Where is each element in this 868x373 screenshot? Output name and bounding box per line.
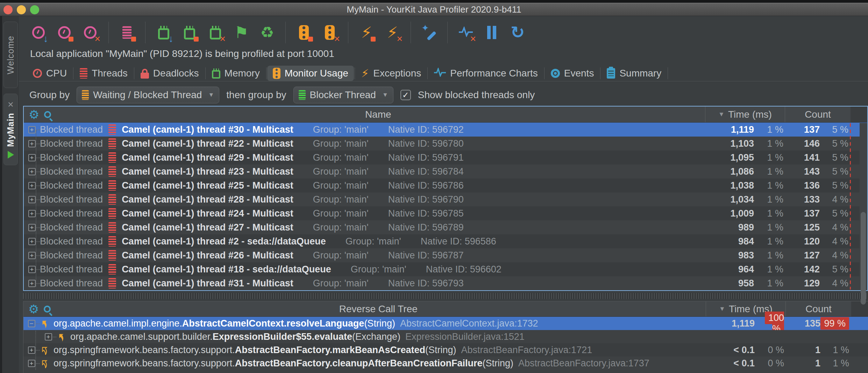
expand-icon[interactable]: + xyxy=(28,224,36,231)
stop-monitor-profiling-button[interactable] xyxy=(295,23,313,42)
thread-row[interactable]: +Blocked threadCamel (camel-1) thread #3… xyxy=(24,123,867,137)
call-tree-row[interactable]: −org.apache.camel.impl.engine.AbstractCa… xyxy=(23,317,868,330)
count-value: 141 xyxy=(785,152,820,163)
count-column-header[interactable]: Count xyxy=(785,107,851,122)
threads-bars-icon xyxy=(80,68,87,79)
call-tree-title: Reverse Call Tree xyxy=(51,303,706,315)
expand-icon[interactable]: + xyxy=(28,196,36,203)
thread-group: Group: 'main' xyxy=(313,208,369,219)
inspections-wand-button[interactable] xyxy=(420,23,438,42)
tab-exceptions[interactable]: ⚡Exceptions xyxy=(356,66,427,81)
clear-memory-results-button[interactable]: ✕ xyxy=(206,23,225,42)
thread-row[interactable]: +Blocked threadCamel (camel-1) thread #2… xyxy=(24,206,867,220)
thread-icon xyxy=(108,236,116,247)
thread-row[interactable]: +Blocked threadCamel (camel-1) thread #2… xyxy=(24,178,867,192)
tab-summary[interactable]: Summary xyxy=(601,66,667,81)
close-button[interactable] xyxy=(3,5,13,14)
titlebar[interactable]: MyMain - YourKit Java Profiler 2020.9-b4… xyxy=(0,3,868,16)
thread-row[interactable]: +Blocked threadCamel (camel-1) thread #3… xyxy=(24,276,867,290)
expand-icon[interactable]: + xyxy=(28,346,35,354)
sidebar-tab-welcome[interactable]: Welcome xyxy=(3,22,18,88)
expand-icon[interactable]: − xyxy=(28,320,35,327)
tab-monitor-usage[interactable]: Monitor Usage xyxy=(267,66,354,81)
tab-memory[interactable]: Memory xyxy=(206,66,265,81)
thread-row[interactable]: +Blocked threadCamel (camel-1) thread #2… xyxy=(24,192,867,206)
tab-cpu[interactable]: CPU xyxy=(27,66,72,81)
clear-exception-results-button[interactable]: ⚡✕ xyxy=(383,23,401,42)
blocked-thread-label: Blocked thread xyxy=(40,180,103,191)
lightning-icon: ⚡ xyxy=(361,25,372,40)
count-column-header[interactable]: Count xyxy=(785,301,851,316)
expand-icon[interactable]: + xyxy=(28,280,36,287)
sidebar-tab-mymain[interactable]: ✕ MyMain xyxy=(3,94,18,165)
tab-performance-charts[interactable]: Performance Charts xyxy=(428,66,543,81)
thread-native-id: Native ID: 596792 xyxy=(388,124,464,135)
show-blocked-checkbox[interactable]: ✓ xyxy=(400,90,411,100)
then-group-by-dropdown[interactable]: Blocker Thread ▼ xyxy=(293,87,393,103)
vertical-scrollbar[interactable] xyxy=(860,123,867,290)
clear-telemetry-button[interactable]: ✕ xyxy=(457,23,475,42)
time-percent: 0 % xyxy=(755,358,785,369)
recycle-gc-icon: ♻ xyxy=(260,25,274,40)
thread-row[interactable]: +Blocked threadCamel (camel-1) thread #2… xyxy=(24,164,867,178)
expand-icon[interactable]: + xyxy=(28,182,36,189)
clear-monitor-results-button[interactable]: ✕ xyxy=(321,23,339,42)
thread-row[interactable]: +Blocked threadCamel (camel-1) thread #2… xyxy=(24,220,867,234)
tab-events[interactable]: Events xyxy=(545,66,600,81)
scrollbar-thumb[interactable] xyxy=(861,212,866,305)
stop-cpu-profiling-button[interactable] xyxy=(55,23,73,42)
stop-memory-profiling-button[interactable] xyxy=(180,23,199,42)
blocked-thread-label: Blocked thread xyxy=(40,138,103,149)
clear-cpu-results-button[interactable]: ✕ xyxy=(81,23,99,42)
expand-icon[interactable]: + xyxy=(28,210,36,217)
expand-icon[interactable]: + xyxy=(28,168,36,175)
thread-row[interactable]: +Blocked threadCamel (camel-1) thread #2… xyxy=(24,248,867,262)
memory-snapshot-flag-button[interactable]: ⚑ xyxy=(232,23,250,42)
thread-row[interactable]: +Blocked threadCamel (camel-1) thread #2… xyxy=(24,151,867,164)
call-tree-row[interactable]: +org.springframework.beans.factory.suppo… xyxy=(23,343,868,357)
zoom-button[interactable] xyxy=(30,5,39,14)
settings-gear-icon[interactable]: ⚙ xyxy=(29,109,39,120)
horizontal-scrollbar[interactable] xyxy=(23,293,868,299)
expand-icon[interactable]: + xyxy=(28,140,36,147)
expand-cell: + xyxy=(24,266,40,273)
stop-exception-profiling-button[interactable]: ⚡ xyxy=(357,23,376,42)
close-session-icon[interactable]: ✕ xyxy=(7,100,14,109)
expand-icon[interactable]: + xyxy=(28,360,35,367)
tab-label: Memory xyxy=(225,68,260,79)
expand-icon[interactable]: + xyxy=(28,154,36,161)
thread-row[interactable]: +Blocked threadCamel (camel-1) thread #2… xyxy=(24,137,867,151)
start-cpu-profiling-button[interactable]: ↓ xyxy=(29,23,48,42)
call-tree-row[interactable]: +org.springframework.beans.factory.suppo… xyxy=(23,357,868,370)
stop-badge-icon xyxy=(69,37,73,42)
expand-cell: + xyxy=(24,280,40,287)
thread-icon xyxy=(108,250,116,261)
tab-deadlocks[interactable]: Deadlocks xyxy=(135,66,205,81)
expand-icon[interactable]: + xyxy=(28,238,36,245)
time-value: 1,034 xyxy=(705,194,754,205)
group-by-dropdown[interactable]: Waiting / Blocked Thread ▼ xyxy=(77,87,219,103)
expand-icon[interactable]: + xyxy=(28,266,36,273)
stop-thread-profiling-button[interactable] xyxy=(118,23,136,42)
refresh-button[interactable]: ↻ xyxy=(508,23,527,42)
window-title: MyMain - YourKit Java Profiler 2020.9-b4… xyxy=(0,4,868,15)
minimize-button[interactable] xyxy=(17,5,26,14)
expand-icon[interactable]: + xyxy=(28,252,36,259)
expand-icon[interactable]: + xyxy=(45,333,52,341)
settings-gear-icon[interactable]: ⚙ xyxy=(28,303,39,315)
start-memory-profiling-button[interactable]: ↓ xyxy=(155,23,173,42)
name-column-header[interactable]: Name xyxy=(51,109,705,120)
flag-icon: ⚑ xyxy=(234,24,248,41)
search-icon[interactable] xyxy=(44,111,51,118)
time-column-header[interactable]: ▼ Time (ms) xyxy=(705,107,785,122)
expand-icon[interactable]: + xyxy=(28,126,36,133)
force-gc-button[interactable]: ♻ xyxy=(258,23,276,42)
tab-threads[interactable]: Threads xyxy=(74,66,133,81)
thread-row[interactable]: +Blocked threadCamel (camel-1) thread #2… xyxy=(24,234,867,248)
search-icon[interactable] xyxy=(44,306,51,313)
show-blocked-label: Show blocked threads only xyxy=(418,89,535,101)
call-tree-row[interactable]: +org.apache.camel.support.builder.Expres… xyxy=(23,330,868,343)
thread-icon xyxy=(108,278,116,288)
pause-button[interactable] xyxy=(483,23,501,42)
thread-row[interactable]: +Blocked threadCamel (camel-1) thread #1… xyxy=(24,262,867,276)
